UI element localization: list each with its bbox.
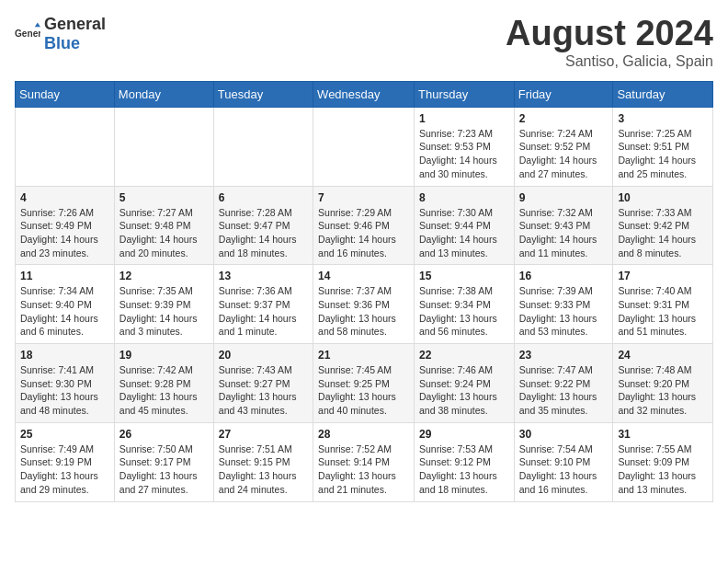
svg-text:General: General <box>15 29 40 39</box>
calendar-cell: 1Sunrise: 7:23 AM Sunset: 9:53 PM Daylig… <box>415 107 515 186</box>
weekday-header-wednesday: Wednesday <box>313 81 415 107</box>
day-content: Sunrise: 7:40 AM Sunset: 9:31 PM Dayligh… <box>618 284 708 339</box>
day-number: 31 <box>618 428 708 441</box>
calendar-week-1: 1Sunrise: 7:23 AM Sunset: 9:53 PM Daylig… <box>16 107 713 186</box>
day-content: Sunrise: 7:39 AM Sunset: 9:33 PM Dayligh… <box>519 284 609 339</box>
calendar-cell: 28Sunrise: 7:52 AM Sunset: 9:14 PM Dayli… <box>313 422 415 501</box>
day-content: Sunrise: 7:55 AM Sunset: 9:09 PM Dayligh… <box>618 442 708 497</box>
calendar-cell: 26Sunrise: 7:50 AM Sunset: 9:17 PM Dayli… <box>114 422 213 501</box>
day-number: 26 <box>119 428 209 441</box>
weekday-header-thursday: Thursday <box>415 81 515 107</box>
calendar-cell <box>16 107 115 186</box>
location-subtitle: Santiso, Galicia, Spain <box>506 53 713 70</box>
calendar-cell: 30Sunrise: 7:54 AM Sunset: 9:10 PM Dayli… <box>514 422 613 501</box>
calendar-cell: 20Sunrise: 7:43 AM Sunset: 9:27 PM Dayli… <box>213 344 313 423</box>
calendar-header: SundayMondayTuesdayWednesdayThursdayFrid… <box>16 81 713 107</box>
day-content: Sunrise: 7:23 AM Sunset: 9:53 PM Dayligh… <box>419 127 509 181</box>
day-content: Sunrise: 7:37 AM Sunset: 9:36 PM Dayligh… <box>318 284 409 339</box>
logo-blue: Blue <box>44 34 80 52</box>
calendar-cell: 23Sunrise: 7:47 AM Sunset: 9:22 PM Dayli… <box>514 344 613 423</box>
weekday-header-saturday: Saturday <box>613 81 713 107</box>
day-content: Sunrise: 7:25 AM Sunset: 9:51 PM Dayligh… <box>618 127 708 181</box>
day-number: 6 <box>219 191 308 204</box>
calendar-cell: 27Sunrise: 7:51 AM Sunset: 9:15 PM Dayli… <box>213 422 313 501</box>
calendar-cell: 3Sunrise: 7:25 AM Sunset: 9:51 PM Daylig… <box>613 107 713 186</box>
calendar-cell: 16Sunrise: 7:39 AM Sunset: 9:33 PM Dayli… <box>514 265 613 344</box>
calendar-week-3: 11Sunrise: 7:34 AM Sunset: 9:40 PM Dayli… <box>16 265 713 344</box>
month-year-title: August 2024 <box>506 15 713 53</box>
weekday-header-tuesday: Tuesday <box>213 81 313 107</box>
day-number: 8 <box>419 191 509 204</box>
day-content: Sunrise: 7:50 AM Sunset: 9:17 PM Dayligh… <box>119 442 209 497</box>
weekday-header-friday: Friday <box>514 81 613 107</box>
day-content: Sunrise: 7:53 AM Sunset: 9:12 PM Dayligh… <box>419 442 509 497</box>
calendar-cell: 22Sunrise: 7:46 AM Sunset: 9:24 PM Dayli… <box>415 344 515 423</box>
calendar-cell: 11Sunrise: 7:34 AM Sunset: 9:40 PM Dayli… <box>16 265 115 344</box>
day-number: 14 <box>318 270 409 282</box>
day-content: Sunrise: 7:30 AM Sunset: 9:44 PM Dayligh… <box>419 206 509 260</box>
calendar-cell: 15Sunrise: 7:38 AM Sunset: 9:34 PM Dayli… <box>415 265 515 344</box>
day-content: Sunrise: 7:42 AM Sunset: 9:28 PM Dayligh… <box>119 363 209 418</box>
day-number: 30 <box>519 428 609 441</box>
day-number: 19 <box>119 349 209 362</box>
day-content: Sunrise: 7:48 AM Sunset: 9:20 PM Dayligh… <box>618 363 708 418</box>
calendar-week-5: 25Sunrise: 7:49 AM Sunset: 9:19 PM Dayli… <box>16 422 713 501</box>
day-content: Sunrise: 7:52 AM Sunset: 9:14 PM Dayligh… <box>318 442 409 497</box>
day-content: Sunrise: 7:32 AM Sunset: 9:43 PM Dayligh… <box>519 206 609 260</box>
calendar-cell: 7Sunrise: 7:29 AM Sunset: 9:46 PM Daylig… <box>313 186 415 265</box>
day-content: Sunrise: 7:27 AM Sunset: 9:48 PM Dayligh… <box>119 206 209 260</box>
day-number: 23 <box>519 349 609 362</box>
day-number: 22 <box>419 349 509 362</box>
day-number: 20 <box>219 349 308 362</box>
day-content: Sunrise: 7:45 AM Sunset: 9:25 PM Dayligh… <box>318 363 409 418</box>
day-number: 18 <box>20 349 109 362</box>
calendar-cell <box>313 107 415 186</box>
day-content: Sunrise: 7:28 AM Sunset: 9:47 PM Dayligh… <box>219 206 308 260</box>
day-content: Sunrise: 7:33 AM Sunset: 9:42 PM Dayligh… <box>618 206 708 260</box>
logo-general: General <box>44 15 106 33</box>
calendar-cell: 24Sunrise: 7:48 AM Sunset: 9:20 PM Dayli… <box>613 344 713 423</box>
day-number: 4 <box>20 191 109 204</box>
day-content: Sunrise: 7:54 AM Sunset: 9:10 PM Dayligh… <box>519 442 609 497</box>
day-number: 9 <box>519 191 609 204</box>
calendar-cell: 14Sunrise: 7:37 AM Sunset: 9:36 PM Dayli… <box>313 265 415 344</box>
calendar-cell: 31Sunrise: 7:55 AM Sunset: 9:09 PM Dayli… <box>613 422 713 501</box>
calendar-cell: 2Sunrise: 7:24 AM Sunset: 9:52 PM Daylig… <box>514 107 613 186</box>
day-number: 11 <box>20 270 109 282</box>
day-number: 29 <box>419 428 509 441</box>
day-content: Sunrise: 7:38 AM Sunset: 9:34 PM Dayligh… <box>419 284 509 339</box>
day-content: Sunrise: 7:24 AM Sunset: 9:52 PM Dayligh… <box>519 127 609 181</box>
day-number: 7 <box>318 191 409 204</box>
calendar-cell: 10Sunrise: 7:33 AM Sunset: 9:42 PM Dayli… <box>613 186 713 265</box>
day-number: 12 <box>119 270 209 282</box>
day-content: Sunrise: 7:47 AM Sunset: 9:22 PM Dayligh… <box>519 363 609 418</box>
day-number: 1 <box>419 112 509 125</box>
day-number: 25 <box>20 428 109 441</box>
day-number: 2 <box>519 112 609 125</box>
day-number: 15 <box>419 270 509 282</box>
day-number: 13 <box>219 270 308 282</box>
day-content: Sunrise: 7:41 AM Sunset: 9:30 PM Dayligh… <box>20 363 109 418</box>
day-number: 27 <box>219 428 308 441</box>
calendar-cell <box>213 107 313 186</box>
day-number: 16 <box>519 270 609 282</box>
day-content: Sunrise: 7:51 AM Sunset: 9:15 PM Dayligh… <box>219 442 308 497</box>
weekday-header-monday: Monday <box>114 81 213 107</box>
day-number: 21 <box>318 349 409 362</box>
day-content: Sunrise: 7:46 AM Sunset: 9:24 PM Dayligh… <box>419 363 509 418</box>
day-content: Sunrise: 7:35 AM Sunset: 9:39 PM Dayligh… <box>119 284 209 339</box>
calendar-cell <box>114 107 213 186</box>
calendar-cell: 19Sunrise: 7:42 AM Sunset: 9:28 PM Dayli… <box>114 344 213 423</box>
calendar-cell: 18Sunrise: 7:41 AM Sunset: 9:30 PM Dayli… <box>16 344 115 423</box>
calendar-cell: 25Sunrise: 7:49 AM Sunset: 9:19 PM Dayli… <box>16 422 115 501</box>
calendar-cell: 13Sunrise: 7:36 AM Sunset: 9:37 PM Dayli… <box>213 265 313 344</box>
page-header: General General Blue August 2024 Santiso… <box>15 15 713 70</box>
day-number: 28 <box>318 428 409 441</box>
calendar-cell: 29Sunrise: 7:53 AM Sunset: 9:12 PM Dayli… <box>415 422 515 501</box>
weekday-header-sunday: Sunday <box>16 81 115 107</box>
calendar-week-2: 4Sunrise: 7:26 AM Sunset: 9:49 PM Daylig… <box>16 186 713 265</box>
day-content: Sunrise: 7:36 AM Sunset: 9:37 PM Dayligh… <box>219 284 308 339</box>
day-content: Sunrise: 7:49 AM Sunset: 9:19 PM Dayligh… <box>20 442 109 497</box>
calendar-cell: 5Sunrise: 7:27 AM Sunset: 9:48 PM Daylig… <box>114 186 213 265</box>
day-content: Sunrise: 7:29 AM Sunset: 9:46 PM Dayligh… <box>318 206 409 260</box>
